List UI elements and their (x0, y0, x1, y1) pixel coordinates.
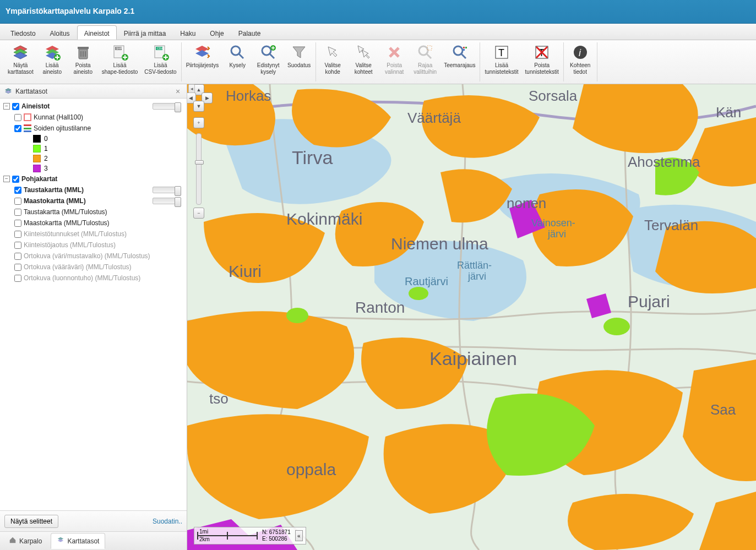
add-csv-icon: CSV (152, 43, 170, 61)
layer-checkbox[interactable] (14, 275, 21, 282)
legend-row: 3 (0, 164, 187, 173)
ribbon-query-button[interactable]: Kysely (224, 42, 251, 81)
layer-label: Soiden ojitustilanne (34, 124, 91, 132)
layer-checkbox[interactable] (14, 187, 21, 194)
menu-tab-haku[interactable]: Haku (173, 25, 203, 40)
layer-checkbox[interactable] (14, 209, 21, 216)
layer-checkbox[interactable] (14, 125, 21, 132)
splitter[interactable]: ◂ (187, 84, 192, 550)
ribbon-label: Kysely (229, 62, 245, 69)
layer-checkbox[interactable] (12, 103, 19, 110)
coord-n: N: 6751871 (262, 529, 291, 536)
layer-label: Maastokartta (MML) (24, 197, 86, 205)
tree-expander[interactable]: − (3, 176, 10, 182)
tree-row[interactable]: Soiden ojitustilanne (0, 123, 187, 134)
tree-row[interactable]: Ortokuva (luonnontuho) (MML/Tulostus) (0, 273, 187, 284)
tree-row[interactable]: −Pohjakartat (0, 173, 187, 184)
ribbon-label: Lisää shape-tiedosto (102, 62, 138, 75)
svg-text:nonen: nonen (507, 195, 546, 211)
layer-checkbox[interactable] (12, 176, 19, 183)
legend-icon (24, 124, 31, 132)
crop-sel-icon (416, 43, 434, 61)
ribbon-select-objs-button[interactable]: Valitse kohteet (350, 42, 377, 81)
svg-text:Ranton: Ranton (355, 299, 405, 316)
svg-text:tso: tso (209, 390, 229, 407)
menu-tab-ohje[interactable]: Ohje (203, 25, 231, 40)
menu-tab-piirrä ja mittaa[interactable]: Piirrä ja mittaa (117, 25, 173, 40)
zoom-slider[interactable] (196, 133, 202, 205)
zoom-in-button[interactable]: + (193, 117, 204, 128)
collapse-coords-icon[interactable]: « (295, 530, 303, 541)
close-icon[interactable]: × (173, 87, 182, 96)
ribbon-select-obj-button[interactable]: Valitse kohde (319, 42, 346, 81)
tree-row[interactable]: Taustakartta (MML/Tulostus) (0, 206, 187, 217)
menu-tab-aineistot[interactable]: Aineistot (77, 25, 117, 40)
pan-down-button[interactable]: ▼ (193, 101, 204, 112)
ribbon-add-shp-button[interactable]: SHPLisää shape-tiedosto (101, 42, 139, 81)
layer-checkbox[interactable] (14, 264, 21, 271)
ribbon: Näytä karttatasotLisää aineistoPoista ai… (0, 40, 756, 84)
ribbon-del-dataset-button[interactable]: Poista aineisto (70, 42, 96, 81)
show-legends-button[interactable]: Näytä selitteet (4, 515, 58, 528)
zoom-out-button[interactable]: − (193, 208, 204, 219)
filter-icon (290, 43, 308, 61)
ribbon-show-layers-button[interactable]: Näytä karttatasot (7, 42, 35, 81)
svg-text:Niemen ulma: Niemen ulma (391, 235, 488, 253)
tree-row[interactable]: Ortokuva (vääräväri) (MML/Tulostus) (0, 262, 187, 273)
tree-row[interactable]: Ortokuva (väri/mustavalko) (MML/Tulostus… (0, 251, 187, 262)
layer-checkbox[interactable] (14, 231, 21, 238)
map-canvas[interactable]: Horkas Sorsala Väärtäjä Kän Tirva Ahoste… (187, 84, 756, 550)
coordinates: N: 6751871 E: 500286 (262, 529, 291, 542)
layer-checkbox[interactable] (14, 253, 21, 260)
svg-text:Kokinmäki: Kokinmäki (286, 210, 362, 228)
tree-row[interactable]: −Aineistot (0, 101, 187, 112)
ribbon-label: Poista valinnat (385, 62, 404, 75)
legend-swatch (33, 135, 41, 143)
opacity-slider[interactable] (153, 187, 181, 193)
layer-checkbox[interactable] (14, 242, 21, 249)
ribbon-filter-button[interactable]: Suodatus (286, 42, 312, 81)
panel-tab-karttatasot[interactable]: Karttatasot (51, 533, 105, 549)
svg-text:Pujari: Pujari (628, 292, 670, 311)
layer-checkbox[interactable] (14, 198, 21, 205)
svg-point-39 (409, 287, 428, 300)
ribbon-label: Lisää CSV-tiedosto (144, 62, 176, 75)
tree-row[interactable]: Taustakartta (MML) (0, 184, 187, 195)
layer-checkbox[interactable] (14, 114, 21, 121)
tree-row[interactable]: Kiinteistöjaotus (MML/Tulostus) (0, 239, 187, 251)
panel-header: Karttatasot × (0, 84, 187, 99)
ribbon-add-csv-button[interactable]: CSVLisää CSV-tiedosto (143, 42, 177, 81)
ribbon-theme-button[interactable]: Teemarajaus (443, 42, 476, 81)
show-layers-icon (12, 43, 29, 61)
ribbon-crop-sel-button: Rajaa valittuihin (412, 42, 438, 81)
layer-label: Ortokuva (väri/mustavalko) (MML/Tulostus… (24, 252, 150, 260)
menu-tab-palaute[interactable]: Palaute (231, 25, 268, 40)
opacity-slider[interactable] (153, 103, 181, 110)
menu-tab-tiedosto[interactable]: Tiedosto (3, 25, 43, 40)
ribbon-add-dataset-button[interactable]: Lisää aineisto (39, 42, 66, 81)
legend-swatch (33, 145, 41, 153)
ribbon-label: Valitse kohteet (355, 62, 373, 75)
svg-text:Kaipiainen: Kaipiainen (429, 348, 517, 369)
ribbon-adv-query-button[interactable]: Edistynyt kysely (255, 42, 281, 81)
tree-row[interactable]: Maastokartta (MML) (0, 195, 187, 206)
menu-tab-aloitus[interactable]: Aloitus (43, 25, 77, 40)
legend-value: 2 (44, 155, 48, 162)
opacity-slider[interactable] (153, 198, 181, 204)
coord-e: E: 500286 (262, 536, 291, 542)
ribbon-draw-order-button[interactable]: Piirtojärjestys (185, 42, 220, 81)
zoom-thumb[interactable] (195, 160, 204, 165)
filter-link[interactable]: Suodatin.. (153, 518, 182, 525)
tree-row[interactable]: Maastokartta (MML/Tulostus) (0, 217, 187, 228)
layer-checkbox[interactable] (14, 220, 21, 227)
panel-tab-karpalo[interactable]: Karpalo (3, 533, 47, 548)
tree-row[interactable]: Kunnat (Hall100) (0, 112, 187, 123)
ribbon-del-labels-button[interactable]: TPoista tunnistetekstit (524, 42, 560, 81)
tree-row[interactable]: Kiinteistötunnukset (MML/Tulostus) (0, 228, 187, 239)
splitter-handle-icon[interactable]: ◂ (188, 84, 195, 93)
ribbon-add-labels-button[interactable]: TLisää tunnistetekstit (483, 42, 519, 81)
ribbon-obj-info-button[interactable]: iKohteen tiedot (567, 42, 594, 81)
tree-expander[interactable]: − (3, 103, 10, 110)
ribbon-label: Valitse kohde (325, 62, 341, 75)
layer-label: Ortokuva (luonnontuho) (MML/Tulostus) (24, 274, 140, 282)
